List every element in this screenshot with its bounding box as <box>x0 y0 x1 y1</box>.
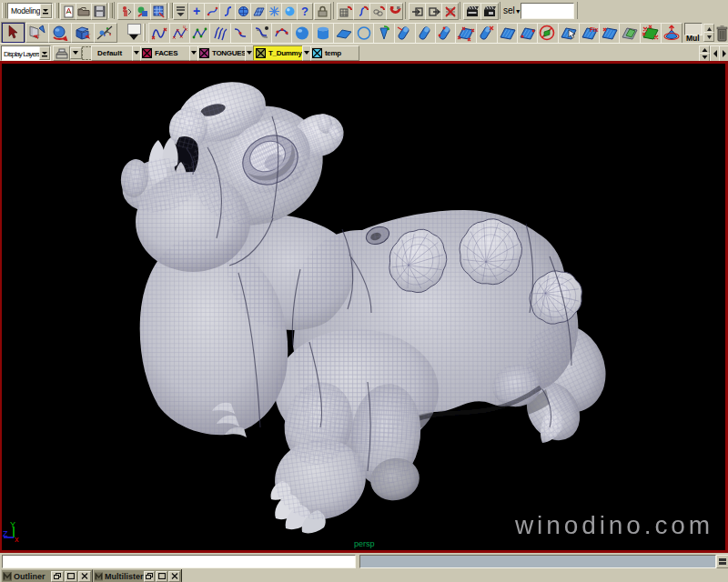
svg-text:Y: Y <box>10 520 15 529</box>
svg-text:Z: Z <box>3 529 8 538</box>
svg-text:x: x <box>15 535 19 542</box>
